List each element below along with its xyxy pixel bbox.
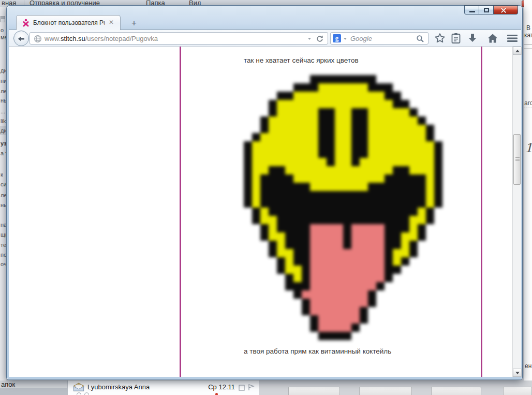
scrollbar-thumb[interactable]: [513, 134, 521, 185]
pixel: [401, 232, 409, 241]
pixel: [293, 100, 302, 108]
pixel: [343, 191, 351, 199]
vertical-scrollbar[interactable]: [512, 47, 521, 377]
pixel: [385, 116, 393, 125]
pixel: [385, 158, 393, 166]
pixel: [277, 125, 285, 133]
minimize-button[interactable]: [464, 5, 479, 14]
pixel: [368, 266, 376, 274]
pixel: [368, 133, 376, 141]
tab-close-icon[interactable]: ✕: [109, 19, 114, 26]
pixel: [360, 100, 368, 108]
pixel: [252, 208, 260, 216]
pixel: [360, 133, 368, 141]
pixel: [310, 224, 318, 232]
pixel: [318, 299, 327, 307]
pixel: [360, 83, 368, 92]
new-tab-button[interactable]: +: [128, 18, 140, 28]
pixel: [343, 174, 351, 183]
pixel: [318, 133, 327, 141]
pixel: [426, 166, 434, 174]
pixel: [318, 174, 327, 183]
pixel: [302, 199, 310, 208]
flag-icon[interactable]: [239, 383, 256, 392]
pixel: [269, 158, 277, 166]
star-icon: [434, 32, 446, 45]
pixel: [426, 216, 434, 224]
pixel: [360, 150, 368, 158]
pixel: [327, 224, 335, 232]
pixel: [360, 158, 368, 166]
pixel: [409, 133, 418, 141]
pixel: [335, 150, 343, 158]
pixel: [310, 116, 318, 125]
pixel: [318, 216, 327, 224]
pixel: [277, 141, 285, 150]
pixel: [310, 282, 318, 290]
background-app-bottom: апок Lyubomirskaya Anna Ср 12.11: [0, 381, 532, 395]
pixel: [351, 75, 360, 83]
search-input[interactable]: Google: [350, 35, 372, 42]
pixel: [285, 232, 293, 241]
downloads-button[interactable]: [466, 32, 479, 45]
pixel: [318, 241, 327, 249]
unread-dot: [215, 393, 218, 395]
url-bar[interactable]: www.stitch.su/users/notepad/Pugovka: [29, 32, 328, 45]
scroll-up-button[interactable]: [513, 47, 522, 55]
reload-icon[interactable]: [316, 35, 324, 43]
maximize-button[interactable]: [479, 5, 494, 14]
pixel: [293, 150, 302, 158]
pixel: [293, 116, 302, 125]
pixel: [310, 108, 318, 116]
scroll-down-button[interactable]: [513, 369, 522, 377]
menu-button[interactable]: [506, 32, 519, 45]
home-button[interactable]: [486, 32, 499, 45]
pixel: [244, 199, 252, 208]
pixel: [351, 282, 360, 290]
pixel: [343, 125, 351, 133]
pixel: [434, 150, 442, 158]
google-favicon[interactable]: g: [333, 34, 341, 42]
pixel: [302, 150, 310, 158]
pixel: [293, 191, 302, 199]
pixel: [426, 208, 434, 216]
pixel: [318, 208, 327, 216]
pixel: [376, 83, 385, 92]
pixel: [401, 216, 409, 224]
pixel: [293, 174, 302, 183]
pixel: [302, 133, 310, 141]
pixel: [318, 332, 327, 340]
pixel: [343, 199, 351, 208]
email-sender[interactable]: Lyubomirskaya Anna: [87, 383, 150, 391]
search-bar[interactable]: g Google: [330, 32, 428, 45]
pixel: [376, 199, 385, 208]
pixel: [409, 216, 418, 224]
pixel: [327, 241, 335, 249]
close-button[interactable]: [493, 5, 518, 14]
pixel: [343, 166, 351, 174]
search-icon[interactable]: [416, 35, 424, 43]
pixel: [335, 315, 343, 324]
pixel: [269, 241, 277, 249]
pixel: [310, 100, 318, 108]
search-engine-dropdown-icon[interactable]: [344, 38, 347, 40]
pixel: [335, 166, 343, 174]
pixel: [310, 307, 318, 315]
tab-notepad[interactable]: Блокнот пользователя Pu... ✕: [16, 15, 121, 30]
bookmark-star-button[interactable]: [433, 32, 447, 45]
back-button[interactable]: [13, 31, 29, 46]
pixel: [327, 199, 335, 208]
url-prefix: www.: [45, 35, 61, 42]
bookmarks-menu-button[interactable]: [449, 32, 463, 45]
pixel: [318, 257, 327, 266]
pixel: [368, 174, 376, 183]
pixel: [393, 191, 401, 199]
pixel: [385, 166, 393, 174]
browser-window: Блокнот пользователя Pu... ✕ + www.stitc…: [6, 5, 523, 380]
pixel: [376, 183, 385, 191]
pixel: [310, 241, 318, 249]
urlbar-dropdown-icon[interactable]: [308, 38, 311, 40]
pixel: [351, 208, 360, 216]
pixel: [401, 166, 409, 174]
pixel: [343, 290, 351, 299]
